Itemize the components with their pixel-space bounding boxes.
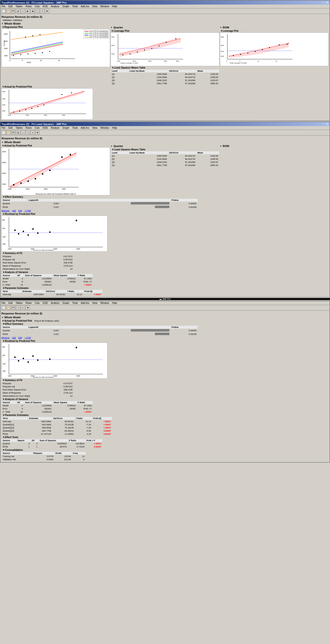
menu-window-2[interactable]: Window [100,126,109,129]
menu-doe-3[interactable]: DOE [43,302,48,304]
menu-cols-3[interactable]: Cols [35,302,40,304]
tb2-btn1[interactable]: 📄 [2,130,6,135]
menu-cols-2[interactable]: Cols [35,126,40,129]
menu-analyze-1[interactable]: Analyze [51,5,60,8]
residual-header-3[interactable]: ▼ Residual by Predicted Plot [2,340,328,342]
pe-header-3[interactable]: ▼ Parameter Estimates [2,414,328,417]
es3-link-edit[interactable]: Edit [18,336,22,339]
tb3-btn6[interactable]: ✚ [26,306,30,310]
menu-graph-2[interactable]: Graph [62,126,69,129]
tb3-btn2[interactable]: 📂 [6,306,11,310]
es-link-edit-2[interactable]: Edit [18,210,22,212]
toolbar-btn-cross[interactable]: ✚ [45,9,49,13]
menu-addins-2[interactable]: Add-Ins [81,126,89,129]
toolbar-btn-zoom[interactable]: 🔍 [35,9,40,13]
tb2-btn5[interactable]: 🔍 [26,130,30,135]
tb2-btn3[interactable]: 💾 [11,130,16,135]
menu-rows-2[interactable]: Rows [26,126,32,129]
anova-header-2[interactable]: ▼ Analysis of Variance [2,271,328,274]
menu-view-2[interactable]: View [92,126,98,129]
es3-link-add[interactable]: Add [12,336,16,339]
menu-edit-2[interactable]: Edit [9,126,13,129]
wm-header-2[interactable]: ▼ Whole Model [2,140,328,144]
menu-tools-2[interactable]: Tools [72,126,78,129]
toolbar-btn-save[interactable]: 💾 [11,9,16,13]
wm-header-3[interactable]: ▼ Whole Model [2,316,328,319]
es3-link-fdr[interactable]: □ FDR [25,336,31,339]
tb3-btn5[interactable]: ↖ [21,306,25,310]
row-leverage-header[interactable]: ▼ Leverage Plot [220,29,328,32]
tb3-btn1[interactable]: 📄 [2,306,6,310]
toolbar-btn-run[interactable]: ▶ [26,9,30,13]
tb2-btn4[interactable]: 🖨 [16,130,20,135]
es-link-fdr-2[interactable]: □ FDR [25,210,31,212]
menu-window-1[interactable]: Window [100,5,109,8]
menu-graph-1[interactable]: Graph [62,5,69,8]
es3-link-remove[interactable]: Remove [2,336,10,339]
et-header-3[interactable]: ▼ Effect Tests [2,436,328,439]
w3-ap-header[interactable]: ▼ Actual by Predicted Plot RSq=0.98 PVal… [2,319,328,322]
toolbar-btn-print[interactable]: 🖨 [16,9,20,13]
menu-doe-2[interactable]: DOE [43,126,48,129]
lsmeans-header-1[interactable]: ▼ Least Squares Means Table [111,66,219,69]
effect-summary-header-3[interactable]: ▼ Effect Summary [2,322,328,326]
whole-model-header-1[interactable]: ▼ Whole Model [2,22,328,26]
menu-help-2[interactable]: Help [112,126,117,129]
menu-bar-3[interactable]: File Edit Tables Rows Cols DOE Analyze G… [1,301,329,305]
toolbar-btn-back[interactable]: ◀ [30,9,35,13]
menu-file-3[interactable]: File [2,302,5,304]
menu-view-1[interactable]: View [92,5,98,8]
menu-addins-3[interactable]: Add-Ins [81,302,89,304]
ap-header-1[interactable]: ▼ Actual by Predicted Plot [2,85,93,88]
menu-edit-1[interactable]: Edit [9,5,13,8]
toolbar-btn-open[interactable]: 📂 [6,9,11,13]
quarter-header-1[interactable]: ▼ Quarter [111,26,219,29]
menu-help-3[interactable]: Help [112,302,117,304]
menu-tables-2[interactable]: Tables [16,126,23,129]
tb2-btn6[interactable]: ↖ [30,130,35,135]
menu-rows-1[interactable]: Rows [26,5,32,8]
menu-cols-1[interactable]: Cols [35,5,40,8]
tb3-btn3[interactable]: 💾 [11,306,16,310]
row-header-1[interactable]: ▼ ROW [220,26,328,29]
menu-window-3[interactable]: Window [100,302,109,304]
menu-rows-3[interactable]: Rows [26,302,32,304]
menu-bar-2[interactable]: File Edit Tables Rows Cols DOE Analyze G… [1,126,329,130]
menu-edit-3[interactable]: Edit [9,302,13,304]
toolbar-btn-new[interactable]: 📄 [2,9,6,13]
menu-doe-1[interactable]: DOE [43,5,48,8]
effect-summary-header-2[interactable]: ▼ Effect Summary [2,195,328,198]
w2-quarter-header[interactable]: ▼ Quarter [111,144,219,148]
menu-bar-1[interactable]: File Edit Tables Rows Cols DOE Analyze G… [1,4,329,8]
menu-tools-1[interactable]: Tools [72,5,78,8]
es-link-add-2[interactable]: Add [12,210,16,212]
quarter-leverage-header[interactable]: ▼ Leverage Plot [111,29,219,32]
menu-help-1[interactable]: Help [112,5,117,8]
window-controls-1[interactable]: ─ □ ✕ [321,1,328,4]
es-link-remove-2[interactable]: Remove [2,210,10,212]
regression-plot-header[interactable]: ▼ Regression Plot [2,26,110,29]
toolbar-btn-sel[interactable]: ↖ [40,9,44,13]
sof-header-2[interactable]: ▼ Summary of Fit [2,252,328,255]
menu-analyze-3[interactable]: Analyze [51,302,60,304]
w2-ap-header[interactable]: ▼ Actual by Predicted Plot [2,144,110,147]
menu-file-1[interactable]: File [2,5,5,8]
menu-tables-3[interactable]: Tables [16,302,23,304]
menu-addins-1[interactable]: Add-Ins [81,5,89,8]
menu-tools-3[interactable]: Tools [72,302,78,304]
menu-file-2[interactable]: File [2,126,5,129]
w2-row-header[interactable]: ▼ ROW [220,144,328,148]
sof-header-3[interactable]: ▼ Summary of Fit [2,379,328,382]
pe-header-2[interactable]: ▼ Parameter Estimates [2,286,328,290]
residual-header-2[interactable]: ▼ Residual by Predicted Plot [2,212,328,216]
tb2-btn7[interactable]: ✚ [35,130,40,135]
menu-tables-1[interactable]: Tables [16,5,23,8]
anova-header-3[interactable]: ▼ Analysis of Variance [2,398,328,401]
menu-graph-3[interactable]: Graph [62,302,69,304]
menu-view-3[interactable]: View [92,302,98,304]
menu-analyze-2[interactable]: Analyze [51,126,60,129]
w2-lsm-header[interactable]: ▼ Least Squares Means Table [111,148,219,151]
cv-header-3[interactable]: ▼ Crossvalidation [2,448,328,452]
window-controls-2[interactable]: ─ □ ✕ [321,122,328,126]
tb2-btn2[interactable]: 📂 [6,130,11,135]
